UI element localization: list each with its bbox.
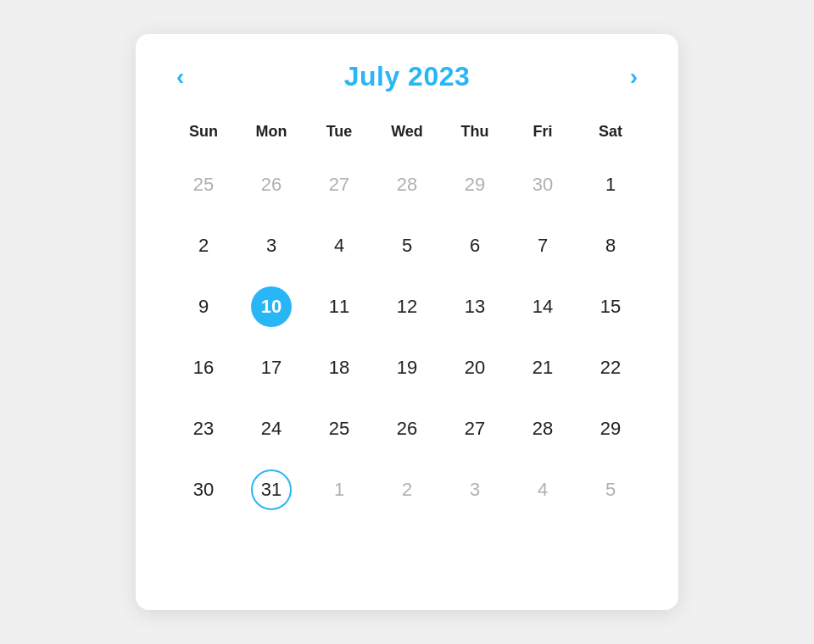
weekday-header-fri: Fri: [509, 119, 577, 154]
day-cell[interactable]: 22: [577, 337, 644, 398]
day-number: 2: [387, 469, 427, 510]
day-cell[interactable]: 17: [237, 337, 305, 398]
calendar-grid: SunMonTueWedThuFriSat2526272829301234567…: [170, 119, 644, 520]
day-number: 15: [590, 286, 631, 327]
day-number: 27: [319, 164, 360, 205]
day-cell: 30: [509, 154, 577, 215]
day-cell: 27: [305, 154, 373, 215]
day-cell[interactable]: 27: [441, 398, 509, 459]
day-cell[interactable]: 25: [305, 398, 373, 459]
day-number: 22: [590, 347, 631, 388]
day-number: 6: [454, 225, 495, 266]
day-number: 4: [522, 469, 563, 510]
day-number: 7: [522, 225, 563, 266]
day-cell: 26: [237, 154, 305, 215]
prev-month-button[interactable]: ‹: [170, 62, 191, 92]
day-cell[interactable]: 8: [577, 215, 644, 276]
day-cell[interactable]: 16: [170, 337, 237, 398]
day-cell[interactable]: 19: [373, 337, 441, 398]
day-cell[interactable]: 24: [237, 398, 305, 459]
next-month-button[interactable]: ›: [623, 62, 644, 92]
day-number: 9: [183, 286, 224, 327]
day-number: 3: [454, 469, 495, 510]
day-number: 23: [183, 408, 224, 449]
day-number: 2: [183, 225, 224, 266]
day-cell: 3: [441, 459, 509, 520]
day-cell[interactable]: 5: [373, 215, 441, 276]
day-cell: 28: [373, 154, 441, 215]
day-cell[interactable]: 4: [305, 215, 373, 276]
day-number: 18: [319, 347, 360, 388]
day-number: 28: [522, 408, 563, 449]
day-number: 11: [319, 286, 360, 327]
day-cell: 29: [441, 154, 509, 215]
day-cell[interactable]: 18: [305, 337, 373, 398]
day-cell[interactable]: 23: [170, 398, 237, 459]
day-cell[interactable]: 31: [237, 459, 305, 520]
day-number: 25: [183, 164, 224, 205]
day-number: 25: [319, 408, 360, 449]
day-number: 30: [183, 469, 224, 510]
day-number: 5: [387, 225, 427, 266]
day-cell[interactable]: 9: [170, 276, 237, 337]
day-cell[interactable]: 26: [373, 398, 441, 459]
day-cell[interactable]: 21: [509, 337, 577, 398]
calendar-widget: ‹ July 2023 › SunMonTueWedThuFriSat25262…: [136, 34, 678, 610]
weekday-header-sun: Sun: [170, 119, 237, 154]
day-cell: 25: [170, 154, 237, 215]
day-cell[interactable]: 6: [441, 215, 509, 276]
day-number: 17: [251, 347, 292, 388]
day-number: 24: [251, 408, 292, 449]
day-cell[interactable]: 29: [577, 398, 644, 459]
day-number: 26: [251, 164, 292, 205]
day-cell: 4: [509, 459, 577, 520]
day-number: 20: [454, 347, 495, 388]
day-cell[interactable]: 20: [441, 337, 509, 398]
day-cell[interactable]: 1: [577, 154, 644, 215]
day-cell[interactable]: 30: [170, 459, 237, 520]
month-title: July 2023: [344, 61, 471, 92]
day-number: 21: [522, 347, 563, 388]
day-cell[interactable]: 13: [441, 276, 509, 337]
day-cell[interactable]: 10: [237, 276, 305, 337]
day-cell[interactable]: 12: [373, 276, 441, 337]
day-number: 28: [387, 164, 427, 205]
day-number: 1: [590, 164, 631, 205]
day-number: 27: [454, 408, 495, 449]
day-number: 16: [183, 347, 224, 388]
day-number: 1: [319, 469, 360, 510]
day-cell[interactable]: 14: [509, 276, 577, 337]
day-cell[interactable]: 3: [237, 215, 305, 276]
day-number: 10: [251, 286, 292, 327]
day-number: 13: [454, 286, 495, 327]
day-number: 31: [251, 469, 292, 510]
day-cell: 2: [373, 459, 441, 520]
weekday-header-sat: Sat: [577, 119, 644, 154]
day-number: 5: [590, 469, 631, 510]
weekday-header-wed: Wed: [373, 119, 441, 154]
day-cell: 5: [577, 459, 644, 520]
day-cell[interactable]: 11: [305, 276, 373, 337]
day-number: 3: [251, 225, 292, 266]
day-number: 26: [387, 408, 427, 449]
day-number: 30: [522, 164, 563, 205]
day-number: 4: [319, 225, 360, 266]
weekday-header-mon: Mon: [237, 119, 305, 154]
calendar-header: ‹ July 2023 ›: [170, 61, 644, 92]
day-number: 19: [387, 347, 427, 388]
weekday-header-thu: Thu: [441, 119, 509, 154]
weekday-header-tue: Tue: [305, 119, 373, 154]
day-cell: 1: [305, 459, 373, 520]
day-cell[interactable]: 15: [577, 276, 644, 337]
day-cell[interactable]: 28: [509, 398, 577, 459]
day-number: 14: [522, 286, 563, 327]
day-cell[interactable]: 2: [170, 215, 237, 276]
day-number: 29: [590, 408, 631, 449]
day-cell[interactable]: 7: [509, 215, 577, 276]
day-number: 8: [590, 225, 631, 266]
day-number: 29: [454, 164, 495, 205]
day-number: 12: [387, 286, 427, 327]
